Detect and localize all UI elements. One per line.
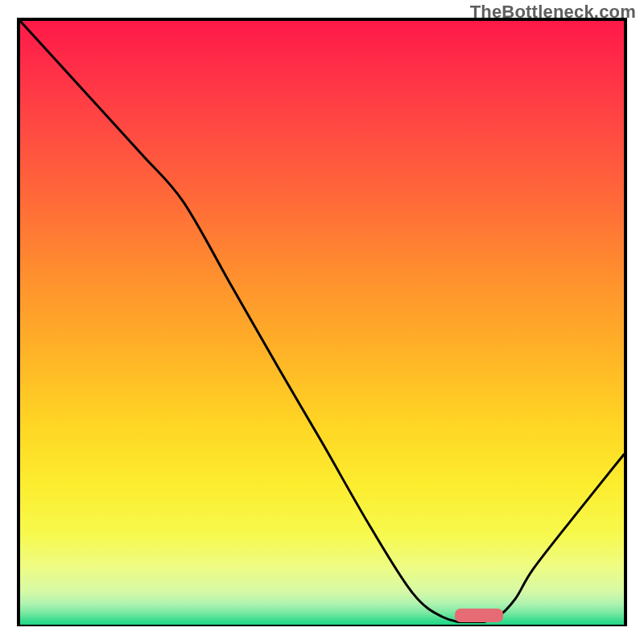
watermark-text: TheBottleneck.com: [470, 2, 636, 23]
plot-area: [20, 21, 624, 623]
optimal-marker: [455, 609, 503, 621]
bottleneck-curve: [20, 21, 624, 623]
curve-path: [20, 21, 624, 623]
plot-frame: [17, 18, 627, 626]
